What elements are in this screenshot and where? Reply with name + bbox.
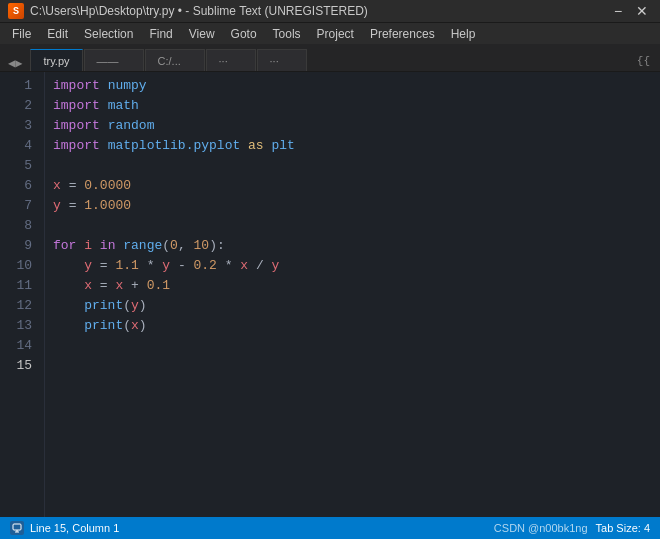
code-line-4: import matplotlib.pyplot as plt — [53, 136, 652, 156]
code-line-2: import math — [53, 96, 652, 116]
tab-4[interactable]: ··· — [206, 49, 256, 71]
line-num-10: 10 — [8, 256, 32, 276]
line-numbers: 1 2 3 4 5 6 7 8 9 10 11 12 13 14 15 — [0, 72, 45, 517]
title-bar: S C:\Users\Hp\Desktop\try.py • - Sublime… — [0, 0, 660, 22]
status-bar: Line 15, Column 1 CSDN @n00bk1ng Tab Siz… — [0, 517, 660, 539]
line-num-5: 5 — [8, 156, 32, 176]
line-num-13: 13 — [8, 316, 32, 336]
menu-preferences[interactable]: Preferences — [362, 25, 443, 43]
code-line-3: import random — [53, 116, 652, 136]
line-num-9: 9 — [8, 236, 32, 256]
line-num-11: 11 — [8, 276, 32, 296]
code-line-9: for i in range(0, 10): — [53, 236, 652, 256]
editor: 1 2 3 4 5 6 7 8 9 10 11 12 13 14 15 impo… — [0, 72, 660, 517]
line-num-14: 14 — [8, 336, 32, 356]
tab-bar: ◀▶ try.py —— C:/... ··· ··· {{ — [0, 44, 660, 72]
svg-rect-0 — [13, 524, 21, 530]
code-line-15 — [53, 356, 652, 376]
nav-arrows[interactable]: ◀▶ — [4, 56, 26, 71]
code-line-8 — [53, 216, 652, 236]
code-line-12: print(y) — [53, 296, 652, 316]
title-controls[interactable]: − ✕ — [608, 3, 652, 19]
code-line-11: x = x + 0.1 — [53, 276, 652, 296]
code-line-10: y = 1.1 * y - 0.2 * x / y — [53, 256, 652, 276]
watermark: CSDN @n00bk1ng — [494, 522, 588, 534]
monitor-icon — [12, 523, 22, 533]
menu-project[interactable]: Project — [309, 25, 362, 43]
line-num-1: 1 — [8, 76, 32, 96]
line-num-8: 8 — [8, 216, 32, 236]
encoding-label: Tab Size: 4 — [596, 522, 650, 534]
code-line-7: y = 1.0000 — [53, 196, 652, 216]
status-indicator — [10, 521, 24, 535]
title-bar-left: S C:\Users\Hp\Desktop\try.py • - Sublime… — [8, 3, 368, 19]
line-num-3: 3 — [8, 116, 32, 136]
tab-overflow[interactable]: {{ — [631, 51, 656, 71]
menu-selection[interactable]: Selection — [76, 25, 141, 43]
code-line-6: x = 0.0000 — [53, 176, 652, 196]
menu-help[interactable]: Help — [443, 25, 484, 43]
line-num-15: 15 — [8, 356, 32, 376]
status-left: Line 15, Column 1 — [10, 521, 119, 535]
tab-3[interactable]: C:/... — [145, 49, 205, 71]
menu-view[interactable]: View — [181, 25, 223, 43]
close-button[interactable]: ✕ — [632, 3, 652, 19]
tab-5[interactable]: ··· — [257, 49, 307, 71]
tab-2[interactable]: —— — [84, 49, 144, 71]
status-position: Line 15, Column 1 — [30, 522, 119, 534]
tab-try-py[interactable]: try.py — [30, 49, 82, 71]
title-text: C:\Users\Hp\Desktop\try.py • - Sublime T… — [30, 4, 368, 18]
minimize-button[interactable]: − — [608, 3, 628, 19]
menu-bar: File Edit Selection Find View Goto Tools… — [0, 22, 660, 44]
code-line-1: import numpy — [53, 76, 652, 96]
code-line-13: print(x) — [53, 316, 652, 336]
code-line-14 — [53, 336, 652, 356]
line-num-7: 7 — [8, 196, 32, 216]
line-num-6: 6 — [8, 176, 32, 196]
status-right: CSDN @n00bk1ng Tab Size: 4 — [494, 522, 650, 534]
menu-edit[interactable]: Edit — [39, 25, 76, 43]
line-num-12: 12 — [8, 296, 32, 316]
menu-file[interactable]: File — [4, 25, 39, 43]
menu-find[interactable]: Find — [141, 25, 180, 43]
menu-goto[interactable]: Goto — [223, 25, 265, 43]
line-num-4: 4 — [8, 136, 32, 156]
code-area[interactable]: import numpy import math import random i… — [45, 72, 660, 517]
line-num-2: 2 — [8, 96, 32, 116]
app-icon: S — [8, 3, 24, 19]
code-line-5 — [53, 156, 652, 176]
menu-tools[interactable]: Tools — [265, 25, 309, 43]
